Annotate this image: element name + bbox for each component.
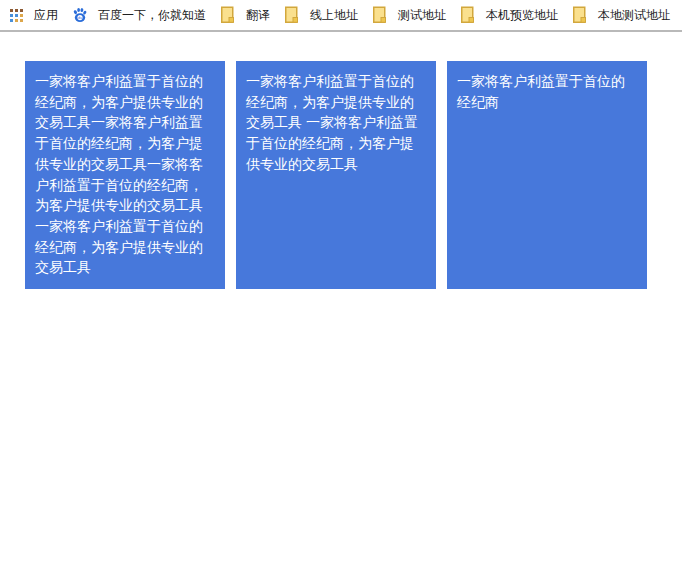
broker-card-text: 一家将客户利益置于首位的 经纪商，为客户提供专业的 交易工具 一家将客户利益置 … (246, 71, 426, 175)
broker-card-1: 一家将客户利益置于首位的 经纪商，为客户提供专业的 交易工具一家将客户利益置 于… (25, 61, 225, 289)
bookmark-item-label: 翻译 (246, 7, 270, 24)
bookmark-item-label: 百度一下，你就知道 (98, 7, 206, 24)
bookmark-folder-icon (220, 6, 236, 24)
bookmark-item-label: 线上地址 (310, 7, 358, 24)
svg-text:du: du (78, 16, 82, 20)
bookmark-item-0[interactable]: 应用 (8, 6, 58, 24)
cards-row: 一家将客户利益置于首位的 经纪商，为客户提供专业的 交易工具一家将客户利益置 于… (25, 61, 682, 289)
bookmark-item-5[interactable]: 本机预览地址 (460, 6, 558, 24)
bookmark-item-4[interactable]: 测试地址 (372, 6, 446, 24)
bookmark-item-label: 本机预览地址 (486, 7, 558, 24)
bookmark-folder-icon (460, 6, 476, 24)
bookmark-item-label: 测试地址 (398, 7, 446, 24)
bookmark-item-label: 应用 (34, 7, 58, 24)
broker-card-text: 一家将客户利益置于首位的 经纪商，为客户提供专业的 交易工具一家将客户利益置 于… (35, 71, 215, 278)
bookmark-folder-icon (284, 6, 300, 24)
bookmark-item-label: 本地测试地址 (598, 7, 670, 24)
broker-card-3: 一家将客户利益置于首位的 经纪商 (447, 61, 647, 289)
bookmark-item-6[interactable]: 本地测试地址 (572, 6, 670, 24)
broker-card-2: 一家将客户利益置于首位的 经纪商，为客户提供专业的 交易工具 一家将客户利益置 … (236, 61, 436, 289)
bookmark-folder-icon (572, 6, 588, 24)
apps-grid-icon (8, 6, 24, 24)
bookmark-folder-icon (372, 6, 388, 24)
bookmark-item-2[interactable]: 翻译 (220, 6, 270, 24)
bookmarks-bar: 应用du百度一下，你就知道翻译线上地址测试地址本机预览地址本地测试地址 (0, 0, 682, 32)
broker-card-text: 一家将客户利益置于首位的 经纪商 (457, 71, 637, 112)
baidu-paw-icon: du (72, 6, 88, 24)
bookmark-item-1[interactable]: du百度一下，你就知道 (72, 6, 206, 24)
bookmark-item-3[interactable]: 线上地址 (284, 6, 358, 24)
